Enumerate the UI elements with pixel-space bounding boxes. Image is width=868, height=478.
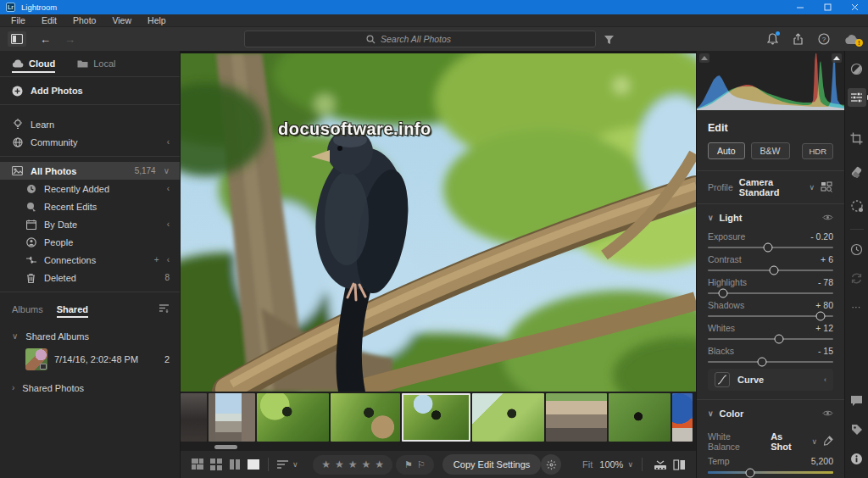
chevron-down-icon[interactable]: ∨ xyxy=(809,183,815,192)
slider-track[interactable] xyxy=(708,270,833,271)
slider-track[interactable] xyxy=(708,471,833,474)
star-icon[interactable]: ★ xyxy=(375,459,384,470)
sidebar-item-learn[interactable]: Learn xyxy=(0,115,180,133)
menu-edit[interactable]: Edit xyxy=(42,15,57,25)
sidebar-toggle-button[interactable] xyxy=(8,31,26,47)
filmstrip-thumbnail[interactable] xyxy=(609,393,670,442)
chevron-left-icon[interactable]: ‹ xyxy=(167,137,170,147)
sidebar-item-recent-edits[interactable]: Recent Edits xyxy=(0,197,180,215)
chevron-down-icon[interactable]: ∨ xyxy=(627,460,633,469)
highlight-clipping-indicator[interactable] xyxy=(832,53,842,63)
chevron-down-icon[interactable]: ∨ xyxy=(292,460,298,469)
star-icon[interactable]: ★ xyxy=(348,459,358,470)
light-section-header[interactable]: ∨ Light xyxy=(708,204,833,231)
info-button[interactable] xyxy=(848,449,866,468)
maximize-button[interactable] xyxy=(814,0,841,14)
chevron-down-icon[interactable]: ∨ xyxy=(811,437,817,446)
tab-albums[interactable]: Albums xyxy=(12,297,43,320)
sidebar-item-connections[interactable]: Connections + ‹ xyxy=(0,251,180,269)
crop-tool-button[interactable] xyxy=(848,129,866,147)
before-after-view-button[interactable] xyxy=(670,455,688,474)
slider-track[interactable] xyxy=(708,247,833,248)
filmstrip-thumbnail[interactable] xyxy=(472,393,544,442)
presets-button[interactable] xyxy=(848,59,866,78)
menu-help[interactable]: Help xyxy=(147,15,166,25)
sync-status-button[interactable] xyxy=(848,269,866,287)
flag-pick-icon[interactable]: ⚑ xyxy=(404,460,413,470)
star-icon[interactable]: ★ xyxy=(335,459,344,470)
bw-button[interactable]: B&W xyxy=(751,142,790,159)
chevron-left-icon[interactable]: ‹ xyxy=(167,220,170,229)
star-icon[interactable]: ★ xyxy=(321,459,331,470)
filmstrip-thumbnail[interactable] xyxy=(181,393,207,442)
fit-label[interactable]: Fit xyxy=(582,459,593,470)
filmstrip-toggle-button[interactable] xyxy=(651,455,670,474)
profile-value[interactable]: Camera Standard xyxy=(739,177,804,197)
star-icon[interactable]: ★ xyxy=(362,459,371,470)
menu-view[interactable]: View xyxy=(112,15,131,25)
search-bar[interactable] xyxy=(244,31,596,47)
sidebar-item-by-date[interactable]: By Date ‹ xyxy=(0,215,180,233)
sort-icon[interactable] xyxy=(159,303,170,314)
help-button[interactable]: ? xyxy=(818,33,830,45)
edit-tool-button[interactable] xyxy=(848,88,866,107)
healing-tool-button[interactable] xyxy=(848,163,866,181)
slider-knob[interactable] xyxy=(816,312,826,321)
star-rating[interactable]: ★ ★ ★ ★ ★ xyxy=(313,455,392,475)
sidebar-item-recently-added[interactable]: Recently Added ‹ xyxy=(0,180,180,197)
close-button[interactable] xyxy=(841,0,868,14)
forward-button[interactable]: → xyxy=(64,33,75,46)
slider-knob[interactable] xyxy=(775,335,784,344)
slider-knob[interactable] xyxy=(770,266,779,275)
sidebar-item-people[interactable]: People xyxy=(0,233,180,251)
back-button[interactable]: ← xyxy=(40,33,51,46)
menu-file[interactable]: File xyxy=(11,15,25,25)
slider-track[interactable] xyxy=(708,292,833,294)
hdr-button[interactable]: HDR xyxy=(802,143,833,159)
eye-icon[interactable] xyxy=(822,213,833,223)
keywords-button[interactable] xyxy=(848,420,866,439)
tab-shared[interactable]: Shared xyxy=(57,297,88,320)
slider-track[interactable] xyxy=(708,361,833,363)
tab-cloud[interactable]: Cloud xyxy=(12,51,55,76)
square-grid-view-button[interactable] xyxy=(207,455,225,474)
detail-view-button[interactable] xyxy=(244,455,263,474)
tab-local[interactable]: Local xyxy=(77,51,115,76)
auto-button[interactable]: Auto xyxy=(708,142,745,159)
filmstrip-thumbnail[interactable] xyxy=(672,393,693,442)
comments-button[interactable] xyxy=(848,392,866,410)
color-section-header[interactable]: ∨ Color xyxy=(708,400,833,427)
filter-icon[interactable] xyxy=(604,33,615,48)
curve-button[interactable]: Curve ‹ xyxy=(708,369,833,391)
eye-icon[interactable] xyxy=(822,409,833,419)
filmstrip-thumbnail[interactable] xyxy=(331,393,400,442)
slider-knob[interactable] xyxy=(746,468,755,477)
filmstrip-thumbnail-selected[interactable] xyxy=(402,393,470,442)
scrollbar-thumb[interactable] xyxy=(214,445,237,449)
slider-knob[interactable] xyxy=(764,243,773,253)
eyedropper-icon[interactable] xyxy=(823,436,833,447)
slider-track[interactable] xyxy=(708,315,833,317)
shared-albums-group[interactable]: ∨ Shared Albums xyxy=(0,327,180,345)
shared-photos-group[interactable]: › Shared Photos xyxy=(0,379,180,397)
sidebar-item-all-photos[interactable]: All Photos 5,174 ∨ xyxy=(0,162,180,180)
plus-icon[interactable]: + xyxy=(154,255,159,264)
menu-photo[interactable]: Photo xyxy=(73,15,96,25)
slider-knob[interactable] xyxy=(718,289,727,298)
sidebar-item-community[interactable]: Community ‹ xyxy=(0,133,180,151)
filmstrip-scrollbar[interactable] xyxy=(181,442,696,451)
add-photos-button[interactable]: Add Photos xyxy=(0,77,180,105)
share-button[interactable] xyxy=(793,33,804,45)
masking-tool-button[interactable] xyxy=(848,197,866,215)
compare-view-button[interactable] xyxy=(225,455,244,474)
minimize-button[interactable] xyxy=(787,0,814,14)
histogram[interactable] xyxy=(697,51,844,110)
cloud-sync-button[interactable]: ! xyxy=(844,34,860,45)
versions-button[interactable] xyxy=(848,240,866,258)
filmstrip-thumbnail[interactable] xyxy=(257,393,329,442)
settings-gear-button[interactable] xyxy=(541,454,561,475)
copy-edit-settings-button[interactable]: Copy Edit Settings xyxy=(442,454,542,475)
browse-profiles-icon[interactable] xyxy=(821,181,833,194)
photo-grid-view-button[interactable] xyxy=(188,455,207,474)
chevron-left-icon[interactable]: ‹ xyxy=(167,255,170,264)
